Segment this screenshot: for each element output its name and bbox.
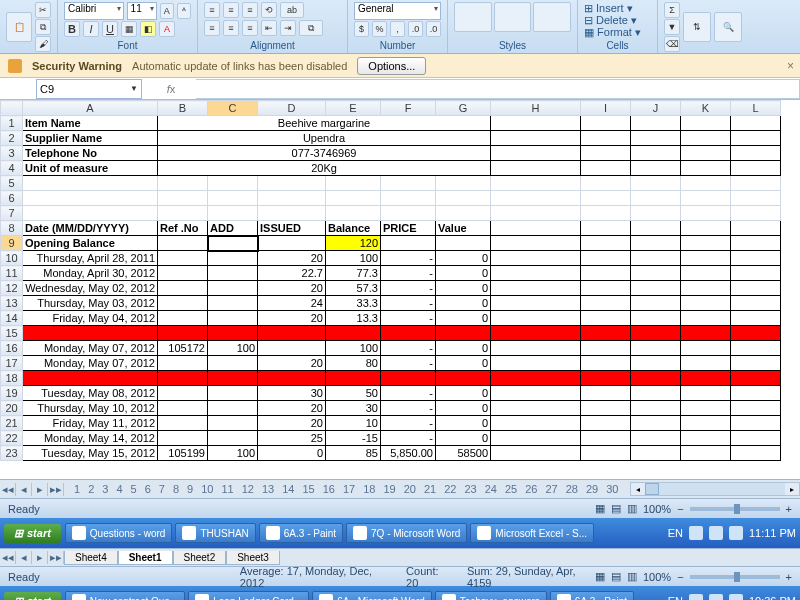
taskbar-item[interactable]: THUSHAN (175, 523, 255, 543)
sheet-tab-Sheet4[interactable]: Sheet4 (64, 551, 118, 565)
tray-icon[interactable] (729, 526, 743, 540)
orientation[interactable]: ⟲ (261, 2, 277, 18)
format-cells[interactable]: ▦ Format ▾ (584, 26, 651, 38)
col-header-L[interactable]: L (731, 101, 781, 116)
cut-button[interactable]: ✂ (35, 2, 51, 18)
cell-styles[interactable] (533, 2, 571, 32)
view-layout-icon[interactable]: ▤ (611, 502, 621, 515)
align-bot[interactable]: ≡ (242, 2, 258, 18)
start-button[interactable]: ⊞start (4, 592, 61, 601)
security-bar: Security Warning Automatic update of lin… (0, 54, 800, 78)
percent[interactable]: % (372, 21, 387, 37)
taskbar-item[interactable]: Technyv- answers (435, 591, 547, 600)
clock: 10:36 PM (749, 595, 796, 600)
taskbar-item[interactable]: Microsoft Excel - S... (470, 523, 594, 543)
number-format-combo[interactable]: General (354, 2, 441, 20)
bold-button[interactable]: B (64, 21, 80, 37)
sheet-tab-Sheet2[interactable]: Sheet2 (173, 551, 227, 565)
h-scrollbar[interactable]: ◂▸ (630, 482, 800, 496)
col-header-H[interactable]: H (491, 101, 581, 116)
taskbar-item[interactable]: New contract Que... (65, 591, 185, 600)
align-top[interactable]: ≡ (204, 2, 220, 18)
grow-font[interactable]: A (160, 3, 174, 19)
italic-button[interactable]: I (83, 21, 99, 37)
col-header-J[interactable]: J (631, 101, 681, 116)
tray-icon[interactable] (709, 526, 723, 540)
ribbon: 📋 ✂ ⧉ 🖌 Clipboard Calibri 11 A ᴬ B I U ▦… (0, 0, 800, 54)
delete-cells[interactable]: ⊟ Delete ▾ (584, 14, 651, 26)
name-box[interactable]: C9▼ (36, 79, 142, 99)
cell-C9[interactable] (208, 236, 258, 251)
dec-decimal[interactable]: .0 (426, 21, 441, 37)
inc-decimal[interactable]: .0 (408, 21, 423, 37)
lang-indicator[interactable]: EN (668, 527, 683, 539)
fill-color[interactable]: ◧ (140, 21, 156, 37)
zoom-slider[interactable] (690, 507, 780, 511)
fmt-painter[interactable]: 🖌 (35, 36, 51, 52)
col-header-I[interactable]: I (581, 101, 631, 116)
security-title: Security Warning (32, 60, 122, 72)
align-right[interactable]: ≡ (242, 20, 258, 36)
font-color[interactable]: A (159, 21, 175, 37)
col-header-A[interactable]: A (23, 101, 158, 116)
currency[interactable]: $ (354, 21, 369, 37)
tray-icon[interactable] (689, 526, 703, 540)
start-button[interactable]: ⊞start (4, 524, 61, 543)
shield-icon (8, 59, 22, 73)
taskbar-lower: ⊞start New contract Que...Loan Ledger Ca… (0, 586, 800, 600)
fx-icon[interactable]: fx (167, 83, 176, 95)
align-mid[interactable]: ≡ (223, 2, 239, 18)
taskbar-item[interactable]: 6A.3 - Paint (550, 591, 634, 600)
view-normal-icon[interactable]: ▦ (595, 502, 605, 515)
status-bar-upper: Ready ▦ ▤ ▥ 100% −+ (0, 498, 800, 518)
font-name-combo[interactable]: Calibri (64, 2, 124, 20)
align-center[interactable]: ≡ (223, 20, 239, 36)
select-all[interactable] (1, 101, 23, 116)
zoom-pct: 100% (643, 503, 671, 515)
col-header-E[interactable]: E (326, 101, 381, 116)
horizontal-ruler: ◂◂◂▸▸▸ 123456789101112131415161718192021… (0, 480, 800, 498)
find-select[interactable]: 🔍 (714, 12, 742, 42)
indent-inc[interactable]: ⇥ (280, 20, 296, 36)
border-button[interactable]: ▦ (121, 21, 137, 37)
taskbar-item[interactable]: Loan Ledger Card... (188, 591, 309, 600)
group-alignment: Alignment (204, 38, 341, 51)
col-header-K[interactable]: K (681, 101, 731, 116)
group-font: Font (64, 38, 191, 51)
taskbar-item[interactable]: 6A - Microsoft Word (312, 591, 432, 600)
fmt-as-table[interactable] (494, 2, 532, 32)
autosum[interactable]: Σ (664, 2, 680, 18)
font-size-combo[interactable]: 11 (127, 2, 157, 20)
underline-button[interactable]: U (102, 21, 118, 37)
comma[interactable]: , (390, 21, 405, 37)
status-ready: Ready (8, 503, 40, 515)
col-header-C[interactable]: C (208, 101, 258, 116)
paste-button[interactable]: 📋 (6, 12, 32, 42)
sort-filter[interactable]: ⇅ (683, 12, 711, 42)
view-break-icon[interactable]: ▥ (627, 502, 637, 515)
shrink-font[interactable]: ᴬ (177, 3, 191, 19)
col-header-D[interactable]: D (258, 101, 326, 116)
copy-button[interactable]: ⧉ (35, 19, 51, 35)
align-left[interactable]: ≡ (204, 20, 220, 36)
taskbar-item[interactable]: Questions - word (65, 523, 173, 543)
col-header-B[interactable]: B (158, 101, 208, 116)
taskbar-item[interactable]: 6A.3 - Paint (259, 523, 343, 543)
sheet-tab-Sheet3[interactable]: Sheet3 (226, 551, 280, 565)
col-header-G[interactable]: G (436, 101, 491, 116)
formula-input[interactable] (196, 79, 800, 99)
indent-dec[interactable]: ⇤ (261, 20, 277, 36)
sheet-tab-Sheet1[interactable]: Sheet1 (118, 551, 173, 565)
merge-center[interactable]: ⧉ (299, 20, 323, 36)
group-number: Number (354, 38, 441, 51)
spreadsheet-grid[interactable]: ABCDEFGHIJKL1 Item Name Beehive margarin… (0, 100, 800, 480)
insert-cells[interactable]: ⊞ Insert ▾ (584, 2, 651, 14)
col-header-F[interactable]: F (381, 101, 436, 116)
cond-format[interactable] (454, 2, 492, 32)
clear[interactable]: ⌫ (664, 36, 680, 52)
security-options-button[interactable]: Options... (357, 57, 426, 75)
security-close[interactable]: × (787, 59, 794, 73)
wrap-text[interactable]: ab (280, 2, 304, 18)
taskbar-item[interactable]: 7Q - Microsoft Word (346, 523, 467, 543)
fill[interactable]: ▼ (664, 19, 680, 35)
